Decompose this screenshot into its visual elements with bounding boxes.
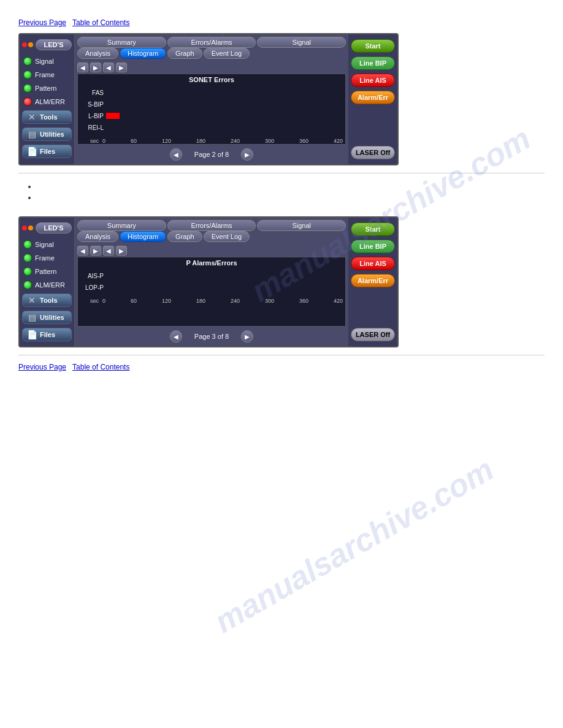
almerr-label-2: ALM/ERR bbox=[35, 281, 65, 289]
top-navigation: Previous Page Table of Contents bbox=[18, 18, 545, 27]
lopp-label: LOP-P bbox=[82, 284, 104, 291]
prev-page-link-top[interactable]: Previous Page bbox=[18, 18, 66, 27]
axis-label-1: sec bbox=[80, 138, 99, 144]
leds-button-2[interactable]: LED'S bbox=[36, 222, 72, 233]
frame-label: Frame bbox=[35, 71, 55, 78]
instrument-panel-2: LED'S Signal Frame Pattern ALM/ERR ✕ Too… bbox=[18, 216, 399, 347]
toc-link-top[interactable]: Table of Contents bbox=[72, 18, 129, 27]
tab-errors-alarms-2[interactable]: Errors/Alarms bbox=[167, 220, 256, 231]
start-button-1[interactable]: Start bbox=[351, 39, 395, 53]
page-next-1[interactable]: ▶ bbox=[241, 148, 253, 161]
chart-body-1: FAS S-BIP L-BIP REI-L bbox=[78, 85, 345, 137]
separator-2 bbox=[18, 355, 545, 355]
tab-eventlog-1[interactable]: Event Log bbox=[204, 48, 250, 59]
frame-status-2: Frame bbox=[22, 253, 72, 263]
tick2-0: 0 bbox=[102, 298, 105, 304]
main-content-2: Summary Errors/Alarms Signal Analysis Hi… bbox=[75, 218, 348, 346]
nav-next-next-2[interactable]: ▶ bbox=[116, 246, 127, 256]
page-text-2: Page 3 of 8 bbox=[194, 333, 229, 340]
almerr-led bbox=[23, 97, 32, 106]
tab-histogram-2[interactable]: Histogram bbox=[120, 231, 166, 242]
nav-prev-1[interactable]: ▶ bbox=[90, 63, 101, 72]
chart-row-lbip: L-BIP bbox=[82, 111, 342, 121]
chart-title-1: SONET Errors bbox=[78, 74, 345, 85]
fas-label: FAS bbox=[82, 89, 104, 96]
tick-240: 240 bbox=[231, 138, 240, 144]
chart-row-sbip: S-BIP bbox=[82, 99, 342, 109]
almerr-button-1[interactable]: Alarm/Err bbox=[351, 91, 395, 104]
lineais-button-1[interactable]: Line AIS bbox=[351, 74, 395, 87]
frame-led-2 bbox=[23, 254, 32, 262]
top-tabs-2: Summary Errors/Alarms Signal bbox=[75, 218, 348, 231]
utilities-label: Utilities bbox=[40, 131, 64, 138]
signal-led bbox=[23, 57, 32, 66]
files-button-1[interactable]: 📄 Files bbox=[22, 145, 72, 158]
laser-button-1[interactable]: LASER Off bbox=[351, 146, 395, 159]
tab-eventlog-2[interactable]: Event Log bbox=[204, 231, 250, 242]
tab-signal-2[interactable]: Signal bbox=[257, 220, 346, 231]
nav-next-next-1[interactable]: ▶ bbox=[116, 63, 127, 72]
nav-next-2[interactable]: ◀ bbox=[103, 246, 114, 256]
nav-prev-prev-2[interactable]: ◀ bbox=[77, 246, 88, 256]
tick-0: 0 bbox=[102, 138, 105, 144]
start-button-2[interactable]: Start bbox=[351, 222, 395, 236]
prev-page-link-bottom[interactable]: Previous Page bbox=[18, 363, 66, 371]
toc-link-bottom[interactable]: Table of Contents bbox=[72, 363, 129, 371]
axis-ticks-1: 0 60 120 180 240 300 360 420 bbox=[102, 138, 343, 144]
pagination-1: ◀ Page 2 of 8 ▶ bbox=[75, 145, 348, 164]
leds-button-1[interactable]: LED'S bbox=[36, 39, 72, 50]
bottom-tabs-1: Analysis Histogram Graph Event Log bbox=[75, 48, 348, 61]
page-prev-2[interactable]: ◀ bbox=[170, 330, 182, 343]
utilities-button-1[interactable]: ▤ Utilities bbox=[22, 127, 72, 141]
chart-nav-1: ◀ ▶ ◀ ▶ bbox=[75, 61, 348, 74]
lopp-bar-area bbox=[106, 284, 342, 291]
tab-analysis-2[interactable]: Analysis bbox=[77, 231, 118, 242]
pattern-status: Pattern bbox=[22, 83, 72, 93]
lineais-button-2[interactable]: Line AIS bbox=[351, 257, 395, 270]
tab-graph-2[interactable]: Graph bbox=[167, 231, 202, 242]
led-indicators-2 bbox=[22, 226, 33, 230]
frame-led bbox=[23, 70, 32, 79]
utilities-button-2[interactable]: ▤ Utilities bbox=[22, 311, 72, 324]
right-buttons-2: Start Line BIP Line AIS Alarm/Err LASER … bbox=[348, 218, 397, 346]
tools-button-1[interactable]: ✕ Tools bbox=[22, 110, 72, 124]
main-content-1: Summary Errors/Alarms Signal Analysis Hi… bbox=[75, 34, 348, 164]
tab-signal-1[interactable]: Signal bbox=[257, 37, 346, 48]
lbip-label: L-BIP bbox=[82, 113, 104, 119]
sbip-label: S-BIP bbox=[82, 101, 104, 108]
linebip-button-2[interactable]: Line BIP bbox=[351, 240, 395, 253]
sidebar-1: LED'S Signal Frame Pattern ALM/ERR ✕ bbox=[20, 34, 75, 164]
nav-prev-2[interactable]: ▶ bbox=[90, 246, 101, 256]
tab-summary-2[interactable]: Summary bbox=[77, 220, 166, 231]
tick2-60: 60 bbox=[131, 298, 137, 304]
almerr-button-2[interactable]: Alarm/Err bbox=[351, 274, 395, 287]
bullet-item-1 bbox=[37, 182, 545, 191]
tools-icon-2: ✕ bbox=[26, 296, 37, 305]
fas-bar-area bbox=[106, 89, 342, 96]
bullet-list-1 bbox=[37, 182, 545, 202]
tab-histogram-1[interactable]: Histogram bbox=[120, 48, 166, 59]
tab-summary-1[interactable]: Summary bbox=[77, 37, 166, 48]
tick2-240: 240 bbox=[231, 298, 240, 304]
utilities-label-2: Utilities bbox=[40, 314, 64, 321]
nav-prev-prev-1[interactable]: ◀ bbox=[77, 63, 88, 72]
page-prev-1[interactable]: ◀ bbox=[170, 148, 182, 161]
led-dot-orange-2 bbox=[28, 226, 33, 230]
files-label: Files bbox=[40, 148, 55, 155]
laser-button-2[interactable]: LASER Off bbox=[351, 328, 395, 341]
page-next-2[interactable]: ▶ bbox=[241, 330, 253, 343]
linebip-button-1[interactable]: Line BIP bbox=[351, 56, 395, 70]
tools-icon: ✕ bbox=[26, 113, 37, 121]
led-dot-red bbox=[22, 42, 27, 47]
top-tabs-1: Summary Errors/Alarms Signal bbox=[75, 34, 348, 48]
page-text-1: Page 2 of 8 bbox=[194, 151, 229, 158]
files-button-2[interactable]: 📄 Files bbox=[22, 328, 72, 341]
tick-300: 300 bbox=[265, 138, 274, 144]
tab-analysis-1[interactable]: Analysis bbox=[77, 48, 118, 59]
chart-body-2: AIS-P LOP-P bbox=[78, 268, 345, 297]
chart-area-1: SONET Errors FAS S-BIP L-BIP bbox=[77, 74, 346, 145]
nav-next-1[interactable]: ◀ bbox=[103, 63, 114, 72]
tab-graph-1[interactable]: Graph bbox=[167, 48, 202, 59]
tab-errors-alarms-1[interactable]: Errors/Alarms bbox=[167, 37, 256, 48]
tools-button-2[interactable]: ✕ Tools bbox=[22, 294, 72, 307]
